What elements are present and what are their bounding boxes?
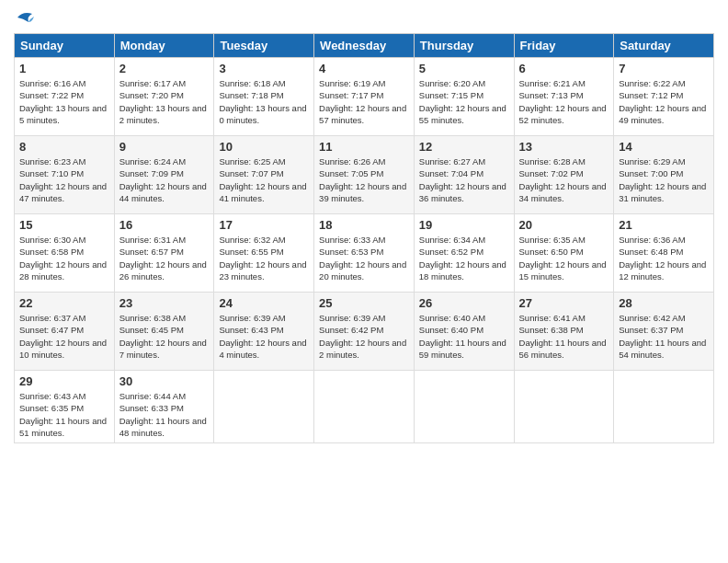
calendar-cell: 23Sunrise: 6:38 AMSunset: 6:45 PMDayligh… bbox=[114, 293, 214, 371]
day-detail: Sunrise: 6:36 AMSunset: 6:48 PMDaylight:… bbox=[619, 234, 709, 282]
calendar-cell: 18Sunrise: 6:33 AMSunset: 6:53 PMDayligh… bbox=[314, 214, 415, 293]
header bbox=[14, 9, 714, 26]
calendar-week-row: 22Sunrise: 6:37 AMSunset: 6:47 PMDayligh… bbox=[15, 293, 714, 371]
day-detail: Sunrise: 6:22 AMSunset: 7:12 PMDaylight:… bbox=[619, 77, 709, 126]
calendar-cell bbox=[514, 371, 614, 443]
day-number: 13 bbox=[519, 140, 609, 154]
day-detail: Sunrise: 6:19 AMSunset: 7:17 PMDaylight:… bbox=[319, 77, 409, 126]
day-number: 29 bbox=[19, 374, 109, 388]
calendar-cell: 11Sunrise: 6:26 AMSunset: 7:05 PMDayligh… bbox=[314, 136, 415, 214]
weekday-header-saturday: Saturday bbox=[614, 34, 714, 58]
calendar-cell: 17Sunrise: 6:32 AMSunset: 6:55 PMDayligh… bbox=[214, 214, 314, 293]
day-number: 30 bbox=[119, 374, 210, 388]
calendar-week-row: 15Sunrise: 6:30 AMSunset: 6:58 PMDayligh… bbox=[15, 214, 714, 293]
day-number: 16 bbox=[119, 218, 210, 232]
calendar-cell: 19Sunrise: 6:34 AMSunset: 6:52 PMDayligh… bbox=[414, 214, 514, 293]
day-detail: Sunrise: 6:39 AMSunset: 6:42 PMDaylight:… bbox=[319, 312, 409, 361]
calendar-cell: 7Sunrise: 6:22 AMSunset: 7:12 PMDaylight… bbox=[614, 58, 714, 136]
calendar-cell: 3Sunrise: 6:18 AMSunset: 7:18 PMDaylight… bbox=[214, 58, 314, 136]
day-detail: Sunrise: 6:21 AMSunset: 7:13 PMDaylight:… bbox=[519, 77, 609, 126]
logo bbox=[14, 9, 34, 26]
day-number: 18 bbox=[319, 218, 409, 232]
day-number: 20 bbox=[519, 218, 609, 232]
day-detail: Sunrise: 6:33 AMSunset: 6:53 PMDaylight:… bbox=[319, 234, 409, 282]
day-detail: Sunrise: 6:41 AMSunset: 6:38 PMDaylight:… bbox=[519, 312, 609, 361]
day-detail: Sunrise: 6:16 AMSunset: 7:22 PMDaylight:… bbox=[19, 77, 109, 126]
calendar-cell: 1Sunrise: 6:16 AMSunset: 7:22 PMDaylight… bbox=[15, 58, 115, 136]
calendar-cell: 4Sunrise: 6:19 AMSunset: 7:17 PMDaylight… bbox=[314, 58, 415, 136]
page: SundayMondayTuesdayWednesdayThursdayFrid… bbox=[0, 0, 728, 563]
calendar-week-row: 29Sunrise: 6:43 AMSunset: 6:35 PMDayligh… bbox=[15, 371, 714, 443]
day-number: 12 bbox=[419, 140, 509, 154]
day-number: 14 bbox=[619, 140, 709, 154]
calendar-cell: 20Sunrise: 6:35 AMSunset: 6:50 PMDayligh… bbox=[514, 214, 614, 293]
calendar-cell: 29Sunrise: 6:43 AMSunset: 6:35 PMDayligh… bbox=[15, 371, 115, 443]
day-number: 5 bbox=[419, 62, 509, 75]
day-number: 3 bbox=[219, 62, 309, 75]
calendar-week-row: 1Sunrise: 6:16 AMSunset: 7:22 PMDaylight… bbox=[15, 58, 714, 136]
calendar-cell: 9Sunrise: 6:24 AMSunset: 7:09 PMDaylight… bbox=[114, 136, 214, 214]
calendar-cell: 27Sunrise: 6:41 AMSunset: 6:38 PMDayligh… bbox=[514, 293, 614, 371]
calendar-cell: 8Sunrise: 6:23 AMSunset: 7:10 PMDaylight… bbox=[15, 136, 115, 214]
day-detail: Sunrise: 6:23 AMSunset: 7:10 PMDaylight:… bbox=[19, 155, 109, 204]
calendar-cell: 10Sunrise: 6:25 AMSunset: 7:07 PMDayligh… bbox=[214, 136, 314, 214]
day-number: 11 bbox=[319, 140, 409, 154]
calendar-cell: 30Sunrise: 6:44 AMSunset: 6:33 PMDayligh… bbox=[114, 371, 214, 443]
calendar-cell: 28Sunrise: 6:42 AMSunset: 6:37 PMDayligh… bbox=[614, 293, 714, 371]
calendar-cell: 24Sunrise: 6:39 AMSunset: 6:43 PMDayligh… bbox=[214, 293, 314, 371]
day-number: 2 bbox=[119, 62, 210, 75]
day-detail: Sunrise: 6:44 AMSunset: 6:33 PMDaylight:… bbox=[119, 390, 210, 439]
day-number: 28 bbox=[619, 296, 709, 310]
day-detail: Sunrise: 6:25 AMSunset: 7:07 PMDaylight:… bbox=[219, 155, 309, 204]
weekday-header-friday: Friday bbox=[514, 34, 614, 58]
calendar-cell: 22Sunrise: 6:37 AMSunset: 6:47 PMDayligh… bbox=[15, 293, 115, 371]
day-detail: Sunrise: 6:34 AMSunset: 6:52 PMDaylight:… bbox=[419, 234, 509, 282]
day-number: 24 bbox=[219, 296, 309, 310]
calendar-cell: 2Sunrise: 6:17 AMSunset: 7:20 PMDaylight… bbox=[114, 58, 214, 136]
day-number: 19 bbox=[419, 218, 509, 232]
day-detail: Sunrise: 6:28 AMSunset: 7:02 PMDaylight:… bbox=[519, 155, 609, 204]
weekday-header-tuesday: Tuesday bbox=[214, 34, 314, 58]
calendar-table: SundayMondayTuesdayWednesdayThursdayFrid… bbox=[14, 33, 714, 443]
calendar-cell: 6Sunrise: 6:21 AMSunset: 7:13 PMDaylight… bbox=[514, 58, 614, 136]
calendar-cell: 5Sunrise: 6:20 AMSunset: 7:15 PMDaylight… bbox=[414, 58, 514, 136]
day-number: 10 bbox=[219, 140, 309, 154]
weekday-header-monday: Monday bbox=[114, 34, 214, 58]
calendar-cell: 16Sunrise: 6:31 AMSunset: 6:57 PMDayligh… bbox=[114, 214, 214, 293]
calendar-cell bbox=[214, 371, 314, 443]
day-detail: Sunrise: 6:42 AMSunset: 6:37 PMDaylight:… bbox=[619, 312, 709, 361]
calendar-cell bbox=[314, 371, 415, 443]
day-detail: Sunrise: 6:24 AMSunset: 7:09 PMDaylight:… bbox=[119, 155, 210, 204]
day-detail: Sunrise: 6:18 AMSunset: 7:18 PMDaylight:… bbox=[219, 77, 309, 126]
day-number: 23 bbox=[119, 296, 210, 310]
day-number: 4 bbox=[319, 62, 409, 75]
day-detail: Sunrise: 6:35 AMSunset: 6:50 PMDaylight:… bbox=[519, 234, 609, 282]
day-number: 15 bbox=[19, 218, 109, 232]
day-number: 8 bbox=[19, 140, 109, 154]
day-number: 17 bbox=[219, 218, 309, 232]
day-detail: Sunrise: 6:29 AMSunset: 7:00 PMDaylight:… bbox=[619, 155, 709, 204]
calendar-cell: 15Sunrise: 6:30 AMSunset: 6:58 PMDayligh… bbox=[15, 214, 115, 293]
day-detail: Sunrise: 6:27 AMSunset: 7:04 PMDaylight:… bbox=[419, 155, 509, 204]
calendar-cell bbox=[414, 371, 514, 443]
calendar-cell: 26Sunrise: 6:40 AMSunset: 6:40 PMDayligh… bbox=[414, 293, 514, 371]
calendar-cell: 21Sunrise: 6:36 AMSunset: 6:48 PMDayligh… bbox=[614, 214, 714, 293]
calendar-week-row: 8Sunrise: 6:23 AMSunset: 7:10 PMDaylight… bbox=[15, 136, 714, 214]
day-detail: Sunrise: 6:37 AMSunset: 6:47 PMDaylight:… bbox=[19, 312, 109, 361]
day-number: 27 bbox=[519, 296, 609, 310]
day-number: 9 bbox=[119, 140, 210, 154]
day-detail: Sunrise: 6:30 AMSunset: 6:58 PMDaylight:… bbox=[19, 234, 109, 282]
day-number: 1 bbox=[19, 62, 109, 75]
day-number: 22 bbox=[19, 296, 109, 310]
day-detail: Sunrise: 6:31 AMSunset: 6:57 PMDaylight:… bbox=[119, 234, 210, 282]
weekday-header-thursday: Thursday bbox=[414, 34, 514, 58]
calendar-cell: 12Sunrise: 6:27 AMSunset: 7:04 PMDayligh… bbox=[414, 136, 514, 214]
calendar-cell: 25Sunrise: 6:39 AMSunset: 6:42 PMDayligh… bbox=[314, 293, 415, 371]
weekday-header-row: SundayMondayTuesdayWednesdayThursdayFrid… bbox=[15, 34, 714, 58]
day-number: 26 bbox=[419, 296, 509, 310]
day-detail: Sunrise: 6:39 AMSunset: 6:43 PMDaylight:… bbox=[219, 312, 309, 361]
calendar-cell bbox=[614, 371, 714, 443]
day-number: 7 bbox=[619, 62, 709, 75]
day-detail: Sunrise: 6:38 AMSunset: 6:45 PMDaylight:… bbox=[119, 312, 210, 361]
calendar-cell: 14Sunrise: 6:29 AMSunset: 7:00 PMDayligh… bbox=[614, 136, 714, 214]
